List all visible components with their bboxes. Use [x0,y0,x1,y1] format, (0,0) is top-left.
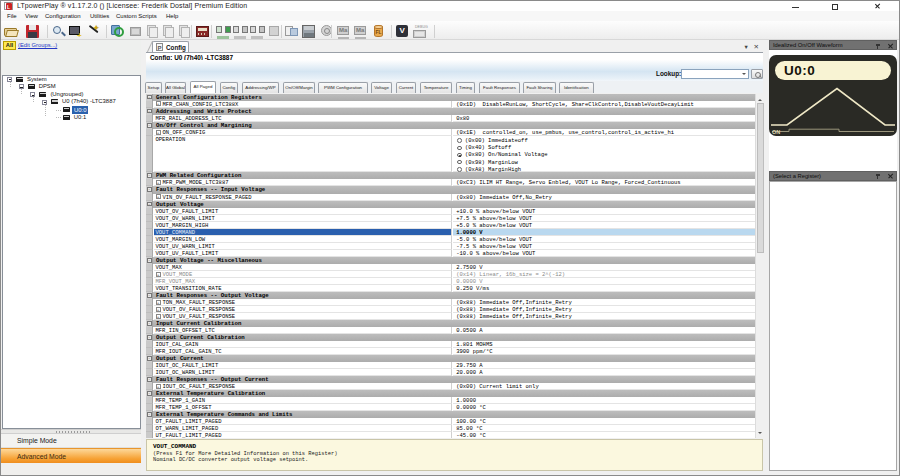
svg-text:ON: ON [772,129,780,135]
